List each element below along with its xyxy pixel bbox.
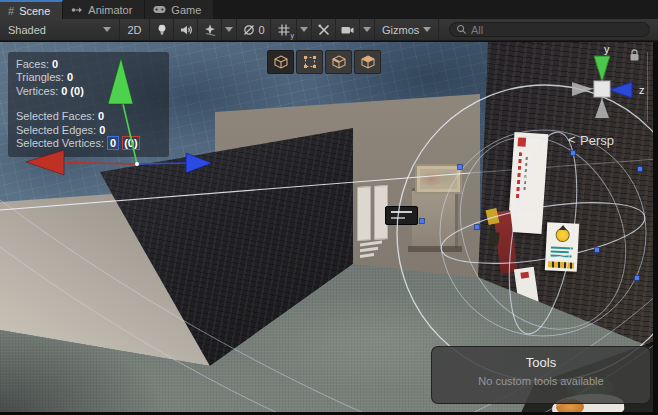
tab-animator-label: Animator (88, 4, 132, 16)
gizmo-axis-neg-cone-left[interactable] (572, 82, 593, 96)
tab-scene-label: Scene (19, 5, 50, 17)
gizmos-dropdown[interactable]: Gizmos (375, 19, 439, 40)
stat-value: 0 (52, 58, 58, 70)
stat-label: Faces: (16, 58, 49, 70)
smiley-face (555, 228, 570, 243)
scene-viewport[interactable]: Faces:0 Triangles:0 Vertices:0 (0) Selec… (0, 42, 658, 415)
camera-settings-button[interactable] (336, 19, 360, 40)
gamepad-icon (153, 5, 166, 14)
wrench-screwdriver-icon (317, 23, 331, 37)
gizmo-axis-z-cone[interactable] (609, 82, 632, 98)
search-icon (456, 24, 467, 35)
viewport-right-edge (653, 42, 658, 415)
edge-mode-button[interactable] (325, 50, 352, 74)
probuilder-stats-overlay: Faces:0 Triangles:0 Vertices:0 (0) Selec… (8, 52, 169, 157)
poster-dark-scrap (488, 231, 500, 244)
chevron-down-icon (363, 27, 371, 32)
scene-view-toolbar: Shaded 2D 0 y G (0, 19, 658, 41)
grid-axis-label: y (291, 32, 295, 39)
probuilder-mode-toolbar (267, 50, 381, 74)
eye-slash-icon (242, 23, 256, 37)
gizmos-label: Gizmos (382, 24, 419, 36)
draw-mode-label: Shaded (8, 24, 46, 36)
effects-toggle-button[interactable] (198, 19, 222, 40)
projection-mode-label[interactable]: Persp (580, 133, 614, 148)
tools-panel: Tools No custom tools available (431, 346, 651, 404)
tab-animator[interactable]: Animator (63, 0, 145, 19)
toggle-2d-label: 2D (127, 24, 141, 36)
stat-label: Triangles: (16, 71, 64, 83)
gizmo-axis-y-cone[interactable] (594, 56, 610, 82)
stat-value: 0 (98, 110, 104, 122)
animator-icon (71, 5, 83, 15)
grid-dropdown[interactable] (297, 19, 312, 40)
chevron-down-icon (300, 27, 308, 32)
gizmo-center-cube[interactable] (594, 81, 610, 97)
lock-icon[interactable] (628, 48, 641, 63)
vertex-mode-button[interactable] (296, 50, 323, 74)
stat-value: 0 (0) (61, 85, 84, 97)
draw-mode-dropdown[interactable]: Shaded (0, 19, 120, 40)
face-mode-button[interactable] (354, 50, 381, 74)
wall-panels (357, 185, 388, 241)
vertex-mode-icon (302, 54, 318, 70)
chevron-down-icon (103, 27, 111, 32)
component-tools-button[interactable] (312, 19, 336, 40)
edge-mode-icon (331, 54, 347, 70)
tools-panel-subtitle: No custom tools available (432, 375, 650, 387)
stat-label: Vertices: (16, 85, 58, 97)
camera-dropdown[interactable] (360, 19, 375, 40)
unity-editor-window: # Scene Animator Game Shaded 2D (0, 0, 658, 415)
scene-orientation-gizmo[interactable]: y z < Persp (560, 42, 658, 154)
stat-value: 0 (67, 71, 73, 83)
tab-game[interactable]: Game (145, 0, 214, 19)
wall-picture (415, 164, 462, 194)
grid-visibility-button[interactable]: y (271, 19, 297, 40)
grid-icon (277, 23, 291, 37)
lightbulb-icon (155, 23, 169, 37)
stat-value-highlight-red: (0) (122, 136, 139, 150)
stat-value: 0 (99, 124, 105, 136)
tools-panel-title: Tools (432, 355, 650, 370)
chevron-down-icon (423, 27, 431, 32)
scene-grid-icon: # (8, 5, 14, 17)
tab-game-label: Game (171, 4, 201, 16)
dark-sign (385, 206, 418, 225)
poster-white-large (508, 132, 549, 234)
doorway (412, 188, 458, 248)
white-steps (360, 242, 382, 260)
door-shadow (408, 246, 462, 252)
stat-value-highlight-blue: 0 (107, 136, 119, 150)
poster-smiley (545, 222, 579, 272)
stat-label: Selected Faces: (16, 110, 95, 122)
chevron-left-icon: < (568, 132, 576, 147)
lighting-toggle-button[interactable] (150, 19, 174, 40)
speaker-icon (179, 23, 193, 37)
effects-star-icon (203, 23, 217, 37)
object-mode-button[interactable] (267, 50, 294, 74)
object-mode-cube-icon (273, 54, 289, 70)
audio-toggle-button[interactable] (174, 19, 198, 40)
gizmo-axis-neg-cone-down[interactable] (595, 98, 609, 118)
camera-icon (340, 23, 355, 37)
stat-label: Selected Vertices: (16, 137, 104, 149)
search-input[interactable] (471, 24, 643, 36)
dock-tab-bar: # Scene Animator Game (0, 0, 658, 19)
toolbar-search-area (439, 19, 658, 40)
toggle-2d-button[interactable]: 2D (120, 19, 150, 40)
stat-label: Selected Edges: (16, 124, 96, 136)
effects-dropdown[interactable] (222, 19, 237, 40)
gizmo-axis-z-label: z (639, 84, 645, 96)
gizmo-axis-y-label: y (604, 43, 610, 55)
scene-visibility-button[interactable]: 0 (237, 19, 271, 40)
tab-scene[interactable]: # Scene (0, 0, 63, 19)
scene-search-field[interactable] (449, 22, 650, 37)
face-mode-icon (360, 54, 376, 70)
hidden-objects-count: 0 (258, 24, 264, 36)
chevron-down-icon (225, 27, 233, 32)
